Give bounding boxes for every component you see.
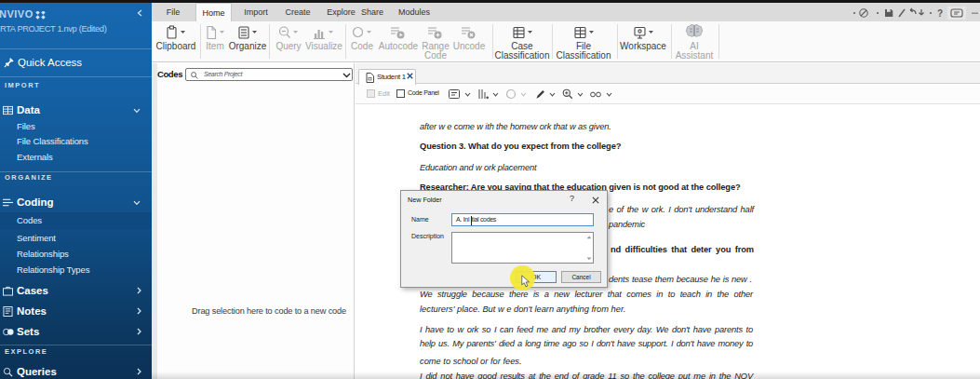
svg-text:?: ? [937, 8, 943, 19]
